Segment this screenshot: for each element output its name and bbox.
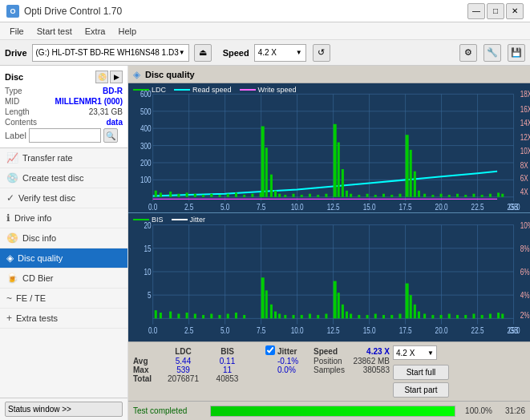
status-window-button[interactable]: Status window >> xyxy=(5,402,123,417)
disc-label-label: Label xyxy=(5,131,26,140)
sidebar-item-label-extra-tests: Extra tests xyxy=(16,313,58,323)
speed-dropdown-area: 4.2 X ▼ Start full Start part xyxy=(393,345,449,398)
svg-rect-161 xyxy=(358,314,360,317)
svg-rect-77 xyxy=(382,194,385,197)
position-value: 23862 MB xyxy=(346,357,390,365)
svg-text:10.0: 10.0 xyxy=(291,325,304,335)
start-part-button[interactable]: Start part xyxy=(393,382,449,398)
speed-selector[interactable]: 4.2 X ▼ xyxy=(254,44,306,62)
sidebar-item-disc-quality[interactable]: ◈ Disc quality xyxy=(0,248,127,269)
sidebar-item-label-transfer-rate: Transfer rate xyxy=(22,153,73,163)
svg-text:2%: 2% xyxy=(520,309,530,320)
progress-percent: 100.0% xyxy=(460,406,492,415)
sidebar-item-disc-info[interactable]: 📀 Disc info xyxy=(0,228,127,248)
svg-rect-94 xyxy=(501,194,504,197)
svg-rect-176 xyxy=(464,314,467,317)
svg-text:12.5: 12.5 xyxy=(327,325,340,335)
eject-button[interactable]: ⏏ xyxy=(194,44,212,62)
svg-text:4%: 4% xyxy=(520,290,530,301)
titlebar: O Opti Drive Control 1.70 — □ ✕ xyxy=(0,0,530,22)
svg-rect-51 xyxy=(210,194,212,197)
drive-info-icon: ℹ xyxy=(6,212,10,224)
disc-length-row: Length 23,31 GB xyxy=(5,107,123,116)
minimize-button[interactable]: — xyxy=(467,3,485,19)
quality-header: ◈ Disc quality xyxy=(128,66,530,83)
svg-rect-92 xyxy=(489,194,492,197)
close-button[interactable]: ✕ xyxy=(506,3,524,19)
sidebar-item-verify-test-disc[interactable]: ✓ Verify test disc xyxy=(0,188,127,208)
settings-button[interactable]: ⚙ xyxy=(459,44,477,62)
disc-contents-value: data xyxy=(106,118,123,127)
disc-label-button[interactable]: 🔍 xyxy=(103,128,118,143)
disc-label-input[interactable] xyxy=(29,128,101,143)
max-ldc: 539 xyxy=(161,365,205,374)
sidebar-item-label-disc-info: Disc info xyxy=(22,233,56,243)
lower-chart: BIS Jitter xyxy=(128,213,530,342)
svg-rect-47 xyxy=(177,194,180,197)
svg-rect-67 xyxy=(317,195,319,197)
maximize-button[interactable]: □ xyxy=(487,3,504,19)
sidebar-item-extra-tests[interactable]: + Extra tests xyxy=(0,309,127,329)
speed-dropdown[interactable]: 4.2 X ▼ xyxy=(393,345,437,360)
svg-rect-64 xyxy=(292,194,294,197)
samples-label: Samples xyxy=(314,365,346,374)
svg-text:17.5: 17.5 xyxy=(399,325,412,335)
svg-text:20.0: 20.0 xyxy=(435,325,448,335)
menu-file[interactable]: File xyxy=(3,25,30,38)
avg-label: Avg xyxy=(133,357,161,365)
ldc-legend: LDC xyxy=(133,86,166,94)
read-speed-legend: Read speed xyxy=(174,86,232,94)
stats-bar: LDC BIS Jitter Speed 4.23 X Avg 5.44 0.1… xyxy=(128,341,530,401)
sidebar-item-label-fe-te: FE / TE xyxy=(16,293,46,303)
titlebar-controls: — □ ✕ xyxy=(467,3,524,19)
svg-rect-164 xyxy=(382,314,385,317)
tool2-button[interactable]: 🔧 xyxy=(483,44,501,62)
svg-rect-149 xyxy=(278,313,281,318)
svg-rect-60 xyxy=(270,175,273,197)
svg-text:6%: 6% xyxy=(520,266,530,277)
sidebar-item-transfer-rate[interactable]: 📈 Transfer rate xyxy=(0,148,127,168)
jitter-legend-color xyxy=(172,219,188,220)
menu-help[interactable]: Help xyxy=(111,25,143,38)
svg-rect-150 xyxy=(284,314,286,317)
svg-rect-156 xyxy=(334,281,337,318)
refresh-button[interactable]: ↺ xyxy=(313,44,330,62)
svg-text:5.0: 5.0 xyxy=(220,202,229,212)
jitter-checkbox[interactable] xyxy=(265,345,275,355)
sidebar-item-drive-info[interactable]: ℹ Drive info xyxy=(0,208,127,228)
start-full-button[interactable]: Start full xyxy=(393,365,449,380)
drive-selector[interactable]: (G:) HL-DT-ST BD-RE WH16NS48 1.D3 ▼ xyxy=(32,44,189,62)
max-jitter: 0.0% xyxy=(277,365,314,374)
save-button[interactable]: 💾 xyxy=(508,44,525,62)
lower-chart-svg: 20 15 10 5 0.0 2.5 5.0 7.5 10.0 12.5 15.… xyxy=(128,213,530,342)
svg-rect-69 xyxy=(334,124,337,197)
svg-rect-175 xyxy=(456,314,459,317)
svg-rect-50 xyxy=(202,195,204,197)
avg-bis: 0.11 xyxy=(205,357,249,365)
upper-chart: LDC Read speed Write speed xyxy=(128,83,530,213)
lower-chart-legend: BIS Jitter xyxy=(133,216,205,224)
disc-icon2[interactable]: ▶ xyxy=(110,71,123,83)
sidebar-item-create-test-disc[interactable]: 💿 Create test disc xyxy=(0,168,127,188)
drive-dropdown-arrow: ▼ xyxy=(179,49,185,56)
avg-jitter: -0.1% xyxy=(277,357,314,365)
sidebar-item-cd-bier[interactable]: 🍺 CD Bier xyxy=(0,269,127,289)
sidebar-item-fe-te[interactable]: ~ FE / TE xyxy=(0,289,127,309)
disc-mid-row: MID MILLENMR1 (000) xyxy=(5,97,123,106)
svg-rect-135 xyxy=(169,311,172,318)
menu-start-test[interactable]: Start test xyxy=(30,25,79,38)
upper-chart-legend: LDC Read speed Write speed xyxy=(133,86,296,94)
svg-text:10.0: 10.0 xyxy=(291,202,304,212)
svg-rect-159 xyxy=(346,311,348,318)
svg-rect-169 xyxy=(414,304,416,318)
svg-rect-162 xyxy=(366,314,369,317)
svg-text:GB: GB xyxy=(509,202,519,212)
menu-extra[interactable]: Extra xyxy=(79,25,112,38)
disc-icon1[interactable]: 📀 xyxy=(95,71,108,83)
progress-status: Test completed xyxy=(133,406,205,415)
svg-rect-153 xyxy=(309,313,311,318)
create-test-disc-icon: 💿 xyxy=(6,172,18,184)
svg-rect-53 xyxy=(227,194,229,197)
verify-test-disc-icon: ✓ xyxy=(6,192,14,204)
fe-te-icon: ~ xyxy=(6,293,12,304)
